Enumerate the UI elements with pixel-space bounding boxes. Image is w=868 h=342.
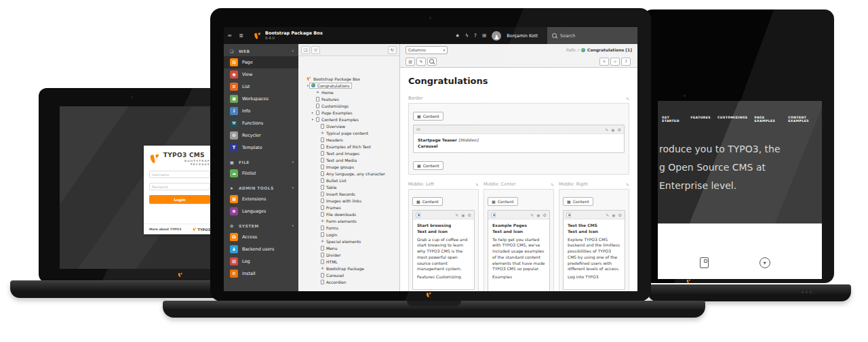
module-section-file[interactable]: ▦FILE▾ xyxy=(224,156,298,167)
edit-icon[interactable]: ✎ xyxy=(605,127,608,132)
module-item-info[interactable]: iInfo xyxy=(224,105,298,117)
edit-column-icon[interactable]: ✎ xyxy=(626,182,629,187)
tree-item-image-groups[interactable]: Image groups xyxy=(298,163,399,170)
tree-item-headers[interactable]: Headers xyxy=(298,136,399,143)
tree-item-file-downloads[interactable]: File downloads xyxy=(298,211,399,217)
tree-item-special-elements[interactable]: +Special elements xyxy=(298,238,399,244)
avatar[interactable]: ♟ xyxy=(492,31,501,41)
module-section-web[interactable]: ❏WEB▾ xyxy=(224,45,298,56)
tree-item-menu[interactable]: Menu xyxy=(298,244,399,251)
element-links[interactable]: Examples xyxy=(492,274,545,280)
tree-item-forms[interactable]: Forms xyxy=(298,224,399,231)
module-item-access[interactable]: ΩAccess xyxy=(224,231,298,243)
tree-item-carousel[interactable]: Carousel xyxy=(298,272,399,278)
apps-grid-icon[interactable]: ⊞ xyxy=(482,33,486,39)
tree-item-content-examples[interactable]: ▾Content Examples xyxy=(298,116,399,123)
visibility-toggle-icon[interactable]: ◉ xyxy=(536,213,540,217)
module-item-template[interactable]: TTemplate xyxy=(224,142,298,154)
module-item-languages[interactable]: ⊕Languages xyxy=(224,205,298,217)
cache-bolt-button[interactable]: ϟ xyxy=(599,58,609,66)
tree-item-divider[interactable]: Divider xyxy=(298,251,399,258)
tree-item-examples-of-rich-text[interactable]: Examples of Rich Text xyxy=(298,143,399,150)
edit-page-button[interactable]: ✎ xyxy=(416,58,426,66)
search-input[interactable]: Search xyxy=(547,27,637,44)
username-field[interactable]: Username xyxy=(149,171,210,178)
tree-item-text-and-images[interactable]: Text and Images xyxy=(298,150,399,156)
visibility-toggle-icon[interactable]: ◉ xyxy=(461,213,465,217)
filter-icon[interactable]: ▽ xyxy=(311,46,320,54)
module-item-workspaces[interactable]: ▣Workspaces xyxy=(224,93,298,105)
content-element-header[interactable]: ✎◉♻ xyxy=(564,211,625,219)
nav-item-page-examples[interactable]: PAGE EXAMPLES xyxy=(755,116,782,123)
tree-item-typical-page-content[interactable]: +Typical page content xyxy=(298,129,399,136)
tree-item-text-and-media[interactable]: Text and Media xyxy=(298,156,399,163)
module-item-extensions[interactable]: ▦Extensions xyxy=(224,193,298,205)
module-item-log[interactable]: ▤Log xyxy=(224,255,298,268)
element-links[interactable]: Features Customizing xyxy=(417,274,470,280)
edit-column-icon[interactable]: ✎ xyxy=(475,182,479,187)
edit-column-icon[interactable]: ✎ xyxy=(626,96,629,101)
more-about-typo3-link[interactable]: More about TYPO3 xyxy=(149,228,181,231)
layout-view-button[interactable]: ▥ xyxy=(406,58,415,66)
bookmark-star-icon[interactable]: ★ xyxy=(455,33,460,39)
password-field[interactable]: Password xyxy=(149,183,210,190)
content-element-header[interactable]: ▭ ✎ ◉ ♻ xyxy=(414,125,624,134)
edit-icon[interactable]: ✎ xyxy=(455,213,458,217)
nav-item-get-started[interactable]: GET STARTED xyxy=(662,116,684,123)
menu-toggle-icon[interactable]: ≡ xyxy=(224,33,235,39)
opendocs-icon[interactable]: ≣ xyxy=(235,33,247,39)
tree-item-page-examples[interactable]: ▸Page Examples xyxy=(298,109,399,116)
module-item-list[interactable]: ≡List xyxy=(224,81,298,93)
tree-item-accordion[interactable]: Accordion xyxy=(298,278,399,285)
tree-item-bootstrap-package[interactable]: +Bootstrap Package xyxy=(298,265,399,272)
visibility-toggle-icon[interactable]: ◉ xyxy=(612,213,615,217)
delete-icon[interactable]: ♻ xyxy=(468,213,471,217)
module-item-functions[interactable]: ⚒Functions xyxy=(224,117,298,129)
tree-item-any-language-any-character[interactable]: Any language, any character xyxy=(298,170,399,177)
nav-item-customizings[interactable]: CUSTOMIZINGS xyxy=(717,116,748,123)
edit-icon[interactable]: ✎ xyxy=(606,213,609,217)
module-item-filelist[interactable]: ☁Filelist xyxy=(224,167,298,179)
search-page-button[interactable] xyxy=(427,58,437,66)
nav-item-features[interactable]: FEATURES xyxy=(691,116,711,123)
columns-select[interactable]: Columns ▾ xyxy=(406,46,448,54)
tree-item-login[interactable]: Login xyxy=(298,231,399,238)
new-content-button[interactable]: ▦Content xyxy=(412,197,443,206)
delete-icon[interactable]: ♻ xyxy=(618,213,622,217)
module-item-view[interactable]: ◉View xyxy=(224,68,298,81)
tree-item-congratulations[interactable]: ▾Congratulations xyxy=(298,82,399,89)
visibility-toggle-icon[interactable]: ◉ xyxy=(611,127,614,132)
module-item-page[interactable]: ▤Page xyxy=(224,56,298,68)
tree-item-html[interactable]: HTML xyxy=(298,258,399,265)
tree-item-frames[interactable]: Frames xyxy=(298,204,399,211)
bookmark-button[interactable]: ☆ xyxy=(610,58,620,66)
help-button[interactable]: ? xyxy=(621,58,631,66)
module-item-recycler[interactable]: ♻Recycler xyxy=(224,129,298,142)
login-button[interactable]: Login xyxy=(149,195,210,204)
username[interactable]: Benjamin Kott xyxy=(507,33,538,39)
module-item-install[interactable]: ⚙Install xyxy=(224,268,298,280)
tree-item-features[interactable]: Features xyxy=(298,95,399,102)
module-section-system[interactable]: ⚙SYSTEM▾ xyxy=(224,220,298,231)
tree-item-form-elements[interactable]: +Form elements xyxy=(298,217,399,224)
tree-item-table[interactable]: Table xyxy=(298,184,399,190)
tree-item-customizings[interactable]: Customizings xyxy=(298,102,399,109)
nav-item-content-examples[interactable]: CONTENT EXAMPLES xyxy=(788,116,822,123)
delete-icon[interactable]: ♻ xyxy=(543,213,547,217)
module-item-backend-users[interactable]: ♟Backend users xyxy=(224,243,298,255)
content-element-header[interactable]: ✎◉♻ xyxy=(413,211,474,219)
new-page-icon[interactable]: ❏ xyxy=(301,46,310,54)
edit-column-icon[interactable]: ✎ xyxy=(551,182,554,187)
clear-cache-bolt-icon[interactable]: ϟ xyxy=(465,33,469,39)
content-element-header[interactable]: ✎◉♻ xyxy=(488,211,549,219)
tree-item-bullet-list[interactable]: Bullet List xyxy=(298,177,399,184)
edit-icon[interactable]: ✎ xyxy=(530,213,534,217)
tree-item-insert-records[interactable]: Insert Records xyxy=(298,190,399,197)
tree-item-overview[interactable]: Overview xyxy=(298,123,399,129)
help-icon[interactable]: ? xyxy=(474,33,477,39)
tree-item-home[interactable]: +Home xyxy=(298,89,399,95)
tree-item-bootstrap-package-box[interactable]: Bootstrap Package Box xyxy=(298,75,399,82)
tree-item-images-with-links[interactable]: Images with links xyxy=(298,197,399,204)
new-content-button[interactable]: ▦Content xyxy=(488,197,518,206)
refresh-icon[interactable]: ↻ xyxy=(388,46,397,54)
